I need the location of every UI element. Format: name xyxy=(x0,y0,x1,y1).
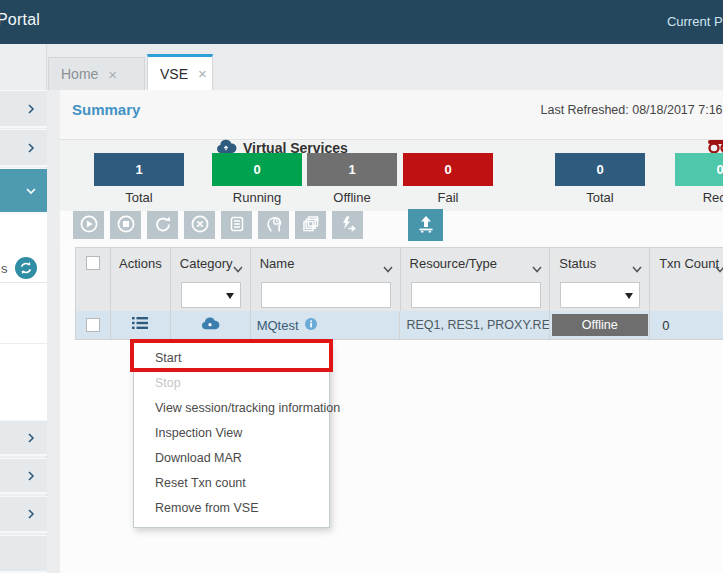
refresh-icon xyxy=(153,214,173,237)
stat-label: Fail xyxy=(403,190,493,205)
category-filter-select[interactable] xyxy=(181,282,241,308)
stat-g2-recording: 0 xyxy=(675,153,723,186)
refresh-circle-icon[interactable] xyxy=(15,257,37,283)
stat-vs-total: 1 xyxy=(94,153,184,186)
play-circle-icon xyxy=(79,214,99,237)
stat-label: Recor xyxy=(675,190,723,205)
stat-label: Total xyxy=(94,190,184,205)
sidebar-divider xyxy=(0,343,47,344)
vs-toolbar xyxy=(60,211,723,247)
resource-type-value: REQ1, RES1, PROXY.REQ... xyxy=(400,318,549,332)
service-name[interactable]: MQtest xyxy=(251,318,317,333)
menu-item-remove-from-vse[interactable]: Remove from VSE xyxy=(134,496,329,521)
upload-icon xyxy=(415,213,437,238)
mar-info-button[interactable] xyxy=(295,211,326,239)
remove-button[interactable] xyxy=(184,211,215,239)
bolt-arrow-icon xyxy=(338,214,358,237)
txn-count-value: 0 xyxy=(650,318,669,333)
chevron-down-icon[interactable] xyxy=(532,259,542,277)
col-resource-type[interactable]: Resource/Type xyxy=(401,256,497,271)
stat-g2-total: 0 xyxy=(555,153,645,186)
logs-button[interactable] xyxy=(221,211,252,239)
menu-item-view-session[interactable]: View session/tracking information xyxy=(134,396,329,421)
page-title: Summary xyxy=(72,101,140,118)
status-filter-select[interactable] xyxy=(560,282,640,308)
sidebar-item-1[interactable] xyxy=(0,90,47,128)
app-title: Portal xyxy=(0,11,40,29)
execute-button[interactable] xyxy=(332,211,363,239)
stat-label: Offline xyxy=(307,190,397,205)
sidebar-item-expanded[interactable] xyxy=(0,168,47,214)
virtual-services-table: Actions Category Name Resource/Type Stat… xyxy=(75,247,723,340)
stat-vs-fail: 0 xyxy=(403,153,493,186)
summary-bar: Summary Last Refreshed: 08/18/2017 7:16:… xyxy=(60,90,723,140)
stat-vs-offline: 1 xyxy=(307,153,397,186)
app-header: Portal Current Proj xyxy=(0,0,723,44)
tab-vse[interactable]: VSE × xyxy=(147,54,213,90)
close-icon[interactable]: × xyxy=(198,66,207,81)
sidebar-item-6[interactable] xyxy=(0,535,47,573)
select-all-checkbox[interactable] xyxy=(86,256,100,270)
service-name-label: MQtest xyxy=(257,318,299,333)
name-filter-input[interactable] xyxy=(261,282,391,308)
stat-label: Running xyxy=(212,190,302,205)
tab-vse-label: VSE xyxy=(160,66,188,82)
chevron-down-icon[interactable] xyxy=(233,259,243,277)
col-actions: Actions xyxy=(119,256,162,271)
stats-section: Virtual Services 1 0 1 0 Total Running O… xyxy=(60,140,723,211)
sidebar-item-5[interactable] xyxy=(0,496,47,533)
status-badge: Offline xyxy=(552,314,648,336)
sidebar: s xyxy=(0,44,47,573)
dropdown-arrow-icon xyxy=(226,293,234,299)
close-icon[interactable]: × xyxy=(108,67,117,82)
dropdown-arrow-icon xyxy=(625,293,633,299)
row-context-menu: Start Stop View session/tracking informa… xyxy=(133,341,330,528)
tab-bar: Home × VSE × xyxy=(47,44,723,90)
col-status[interactable]: Status xyxy=(550,256,596,271)
menu-item-reset-txn-count[interactable]: Reset Txn count xyxy=(134,471,329,496)
chevron-down-icon[interactable] xyxy=(632,259,642,277)
table-header-row: Actions Category Name Resource/Type Stat… xyxy=(76,248,723,278)
stat-vs-running: 0 xyxy=(212,153,302,186)
menu-item-start[interactable]: Start xyxy=(134,346,329,371)
stacked-docs-icon xyxy=(301,214,321,237)
tab-home-label: Home xyxy=(61,66,98,82)
vse-portal-screen: Portal Current Proj s xyxy=(0,0,723,573)
menu-item-download-mar[interactable]: Download MAR xyxy=(134,446,329,471)
sidebar-item-3[interactable] xyxy=(0,420,47,456)
start-button[interactable] xyxy=(73,211,104,239)
chevron-down-icon[interactable] xyxy=(715,259,723,277)
resource-filter-input[interactable] xyxy=(411,282,541,308)
tab-home[interactable]: Home × xyxy=(48,57,145,90)
menu-item-stop: Stop xyxy=(134,371,329,396)
stop-button[interactable] xyxy=(110,211,141,239)
virtual-service-cloud-icon xyxy=(200,316,220,334)
head-clock-icon xyxy=(264,214,284,237)
redeploy-button[interactable] xyxy=(147,211,178,239)
close-circle-icon xyxy=(190,214,210,237)
row-checkbox[interactable] xyxy=(86,318,100,332)
log-beaker-icon xyxy=(227,214,247,237)
col-category[interactable]: Category xyxy=(171,256,233,271)
actions-menu-icon[interactable] xyxy=(131,315,149,335)
col-name[interactable]: Name xyxy=(251,256,295,271)
stat-label: Total xyxy=(555,190,645,205)
sidebar-subitem-label: s xyxy=(1,261,8,276)
sidebar-item-2[interactable] xyxy=(0,129,47,167)
stop-circle-icon xyxy=(116,214,136,237)
info-icon[interactable] xyxy=(305,318,317,333)
table-filter-row xyxy=(76,278,723,311)
table-row[interactable]: MQtest REQ1, RES1, PROXY.REQ... Offline … xyxy=(76,311,723,339)
think-time-button[interactable] xyxy=(258,211,289,239)
deploy-vs-button[interactable] xyxy=(408,209,443,241)
sidebar-subitem-refresh[interactable]: s xyxy=(0,253,47,283)
last-refreshed-label: Last Refreshed: 08/18/2017 7:16:4 xyxy=(540,103,723,117)
current-project-label[interactable]: Current Proj xyxy=(667,14,723,29)
sidebar-item-4[interactable] xyxy=(0,458,47,494)
col-txn-count[interactable]: Txn Count xyxy=(650,256,719,271)
chevron-down-icon[interactable] xyxy=(383,259,393,277)
sidebar-expanded-panel xyxy=(0,214,47,420)
menu-item-inspection-view[interactable]: Inspection View xyxy=(134,421,329,446)
